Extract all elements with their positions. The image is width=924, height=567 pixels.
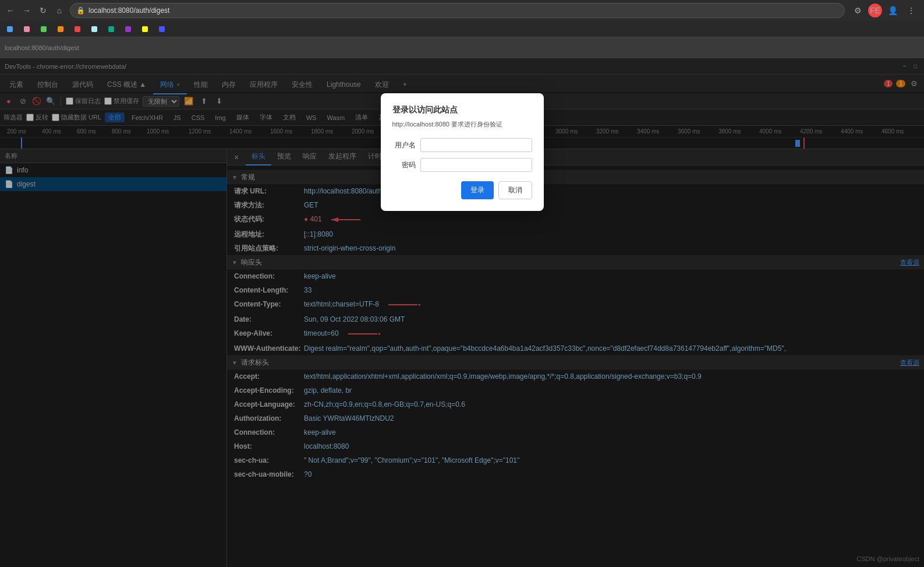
bookmark-2[interactable] [20, 23, 35, 35]
security-icon: 🔒 [76, 6, 85, 15]
bookmark-10[interactable] [155, 23, 170, 35]
bookmark-1[interactable] [3, 23, 18, 35]
bookmark-9[interactable] [139, 23, 153, 35]
dialog-title: 登录以访问此站点 [392, 105, 532, 115]
dialog-overlay: 登录以访问此站点 http://localhost:8080 要求进行身份验证 … [0, 58, 924, 567]
reload-button[interactable]: ↻ [37, 5, 49, 16]
login-button[interactable]: 登录 [461, 181, 494, 199]
password-label: 密码 [392, 160, 416, 170]
password-field: 密码 [392, 158, 532, 172]
browser-chrome: ← → ↻ ⌂ 🔒 localhost:8080/auth/digest ⚙ F… [0, 0, 924, 21]
bookmark-3[interactable] [37, 23, 52, 35]
bookmark-4[interactable] [54, 23, 69, 35]
username-label: 用户名 [392, 140, 416, 150]
username-input[interactable] [420, 138, 532, 152]
username-field: 用户名 [392, 138, 532, 152]
cancel-button[interactable]: 取消 [498, 181, 532, 199]
bookmark-5[interactable] [71, 23, 86, 35]
profile-icon[interactable]: FE [868, 3, 882, 17]
extensions-icon[interactable]: ⚙ [849, 2, 866, 19]
bookmark-6[interactable] [88, 23, 102, 35]
bookmark-7[interactable] [105, 23, 119, 35]
auth-dialog: 登录以访问此站点 http://localhost:8080 要求进行身份验证 … [381, 93, 544, 211]
browser-toolbar: ⚙ FE 👤 ⋮ [849, 2, 919, 19]
avatar-icon[interactable]: 👤 [884, 2, 901, 19]
menu-icon[interactable]: ⋮ [903, 2, 919, 19]
address-bar[interactable]: 🔒 localhost:8080/auth/digest [70, 3, 845, 18]
forward-button[interactable]: → [21, 5, 33, 16]
dialog-buttons: 登录 取消 [392, 181, 532, 199]
bookmarks-bar [0, 21, 924, 37]
back-button[interactable]: ← [5, 5, 16, 16]
address-text: localhost:8080/auth/digest [88, 6, 169, 15]
password-input[interactable] [420, 158, 532, 172]
bookmark-8[interactable] [122, 23, 136, 35]
home-button[interactable]: ⌂ [54, 5, 65, 16]
dialog-subtitle: http://localhost:8080 要求进行身份验证 [392, 120, 532, 129]
